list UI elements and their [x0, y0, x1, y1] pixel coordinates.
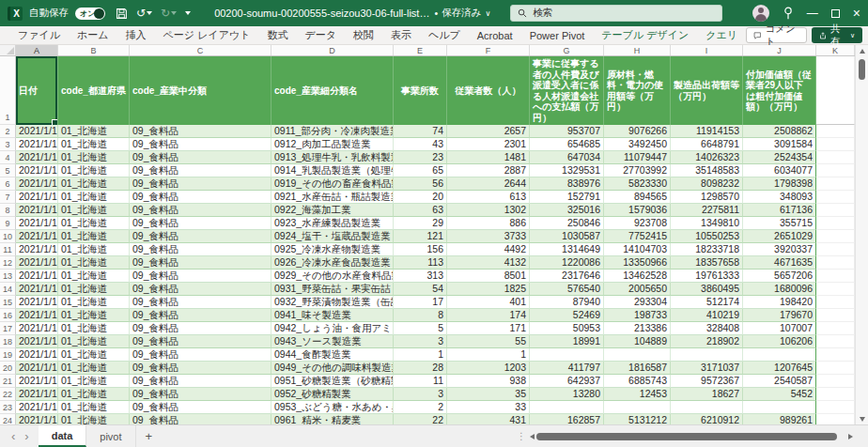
cell[interactable]: 0961_精米・精麦業 — [271, 414, 394, 424]
scroll-right-button[interactable] — [848, 434, 853, 439]
cell[interactable]: 50953 — [530, 322, 604, 335]
cell[interactable]: 0929_その他の水産食料品製造 — [271, 270, 394, 283]
cell[interactable]: 2524354 — [743, 151, 816, 164]
prev-sheet-button[interactable]: ‹ — [11, 429, 15, 443]
row-number[interactable]: 8 — [0, 204, 16, 217]
cell[interactable]: 1481 — [447, 151, 530, 164]
scroll-up-button[interactable] — [856, 45, 868, 56]
cell[interactable]: 162857 — [530, 414, 604, 424]
cell[interactable]: 2021/1/1 — [16, 401, 58, 414]
empty-cell-K[interactable] — [816, 309, 855, 322]
cell[interactable]: 4492 — [447, 243, 530, 256]
cell[interactable]: 09_食料品 — [130, 375, 271, 388]
cell[interactable]: 4671635 — [743, 256, 816, 270]
cell[interactable]: 1203 — [447, 362, 530, 375]
empty-cell-K[interactable] — [816, 362, 855, 375]
cell[interactable]: 5131212 — [604, 414, 671, 424]
row-number[interactable]: 7 — [0, 191, 16, 204]
cell[interactable]: 09_食料品 — [130, 243, 271, 256]
cell[interactable]: 3733 — [447, 230, 530, 243]
cell[interactable]: 886 — [447, 217, 530, 230]
cell[interactable]: 171 — [447, 322, 530, 335]
cell[interactable]: 0931_野菜缶詰・果実缶詰・農 — [271, 283, 394, 296]
cell[interactable]: 2887 — [447, 164, 530, 177]
cell[interactable]: 1816587 — [604, 362, 671, 375]
cell[interactable]: 52469 — [530, 309, 604, 322]
cell[interactable]: 2 — [394, 401, 447, 414]
cell[interactable]: 2021/1/1 — [16, 230, 58, 243]
row-number[interactable]: 10 — [0, 230, 16, 243]
row-number[interactable]: 11 — [0, 243, 16, 256]
cell[interactable]: 27703992 — [604, 164, 671, 177]
search-input[interactable]: 検索 — [510, 5, 722, 22]
empty-cell-K[interactable] — [816, 56, 855, 125]
cell[interactable]: 09_食料品 — [130, 230, 271, 243]
cell[interactable]: 313 — [394, 270, 447, 283]
column-header-H[interactable]: H — [604, 45, 671, 55]
cell[interactable]: 2021/1/1 — [16, 375, 58, 388]
cell[interactable]: 1680096 — [743, 283, 816, 296]
cell[interactable]: 654685 — [530, 138, 604, 151]
ribbon-tab-テーブル デザイン[interactable]: テーブル デザイン — [593, 28, 697, 42]
cell[interactable]: 43 — [394, 138, 447, 151]
cell[interactable]: 01_北海道 — [58, 388, 130, 401]
cell[interactable]: 348093 — [743, 191, 816, 204]
horizontal-scrollbar[interactable] — [528, 425, 855, 447]
cell[interactable]: 09_食料品 — [130, 217, 271, 230]
cell[interactable]: 923708 — [604, 217, 671, 230]
cell[interactable]: 74 — [394, 125, 447, 138]
row-number[interactable]: 16 — [0, 309, 16, 322]
cell[interactable]: 2508862 — [743, 125, 816, 138]
cell[interactable]: 0926_冷凍水産食品製造業 — [271, 256, 394, 270]
row-number[interactable]: 23 — [0, 401, 16, 414]
header-cell-4[interactable]: 事業所数 — [394, 56, 447, 125]
empty-cell-K[interactable] — [816, 270, 855, 283]
cell[interactable]: 28 — [394, 362, 447, 375]
cell[interactable] — [530, 348, 604, 362]
cell[interactable] — [743, 401, 816, 414]
cell[interactable]: 218902 — [671, 335, 743, 348]
cell[interactable]: 09_食料品 — [130, 283, 271, 296]
cell[interactable]: 613 — [447, 191, 530, 204]
cell[interactable]: 431 — [447, 414, 530, 424]
empty-cell-K[interactable] — [816, 217, 855, 230]
cell[interactable]: 35 — [447, 388, 530, 401]
cell[interactable]: 09_食料品 — [130, 322, 271, 335]
row-number[interactable]: 12 — [0, 256, 16, 270]
ribbon-tab-ホーム[interactable]: ホーム — [69, 28, 117, 42]
empty-cell-K[interactable] — [816, 256, 855, 270]
cell[interactable]: 13462528 — [604, 270, 671, 283]
cell[interactable]: 09_食料品 — [130, 362, 271, 375]
cell[interactable]: 325016 — [530, 204, 604, 217]
cell[interactable] — [743, 348, 816, 362]
cell[interactable]: 0951_砂糖製造業（砂糖精製業 — [271, 375, 394, 388]
cell[interactable]: 2275811 — [671, 204, 743, 217]
cell[interactable]: 0924_塩干・塩蔵品製造業 — [271, 230, 394, 243]
cell[interactable]: 0913_処理牛乳・乳飲料製造業 — [271, 151, 394, 164]
cell[interactable]: 01_北海道 — [58, 296, 130, 309]
cell[interactable]: 0919_その他の畜産食料品製造 — [271, 177, 394, 191]
empty-cell-K[interactable] — [816, 401, 855, 414]
empty-cell-K[interactable] — [816, 138, 855, 151]
row-number[interactable]: 5 — [0, 164, 16, 177]
share-button[interactable]: 共有 ∨ — [812, 27, 862, 43]
cell[interactable]: 953707 — [530, 125, 604, 138]
cell[interactable]: 55 — [447, 335, 530, 348]
cell[interactable]: 2317646 — [530, 270, 604, 283]
column-header-J[interactable]: J — [743, 45, 816, 55]
cell[interactable]: 22 — [394, 414, 447, 424]
cell[interactable]: 2644 — [447, 177, 530, 191]
cell[interactable]: 19761333 — [671, 270, 743, 283]
empty-cell-K[interactable] — [816, 125, 855, 138]
cell[interactable]: 2021/1/1 — [16, 164, 58, 177]
cell[interactable]: 938 — [447, 375, 530, 388]
cell[interactable]: 13280 — [530, 388, 604, 401]
cell[interactable]: 2021/1/1 — [16, 414, 58, 424]
cell[interactable]: 18233718 — [671, 243, 743, 256]
cell[interactable]: 09_食料品 — [130, 309, 271, 322]
customize-qat-button[interactable] — [185, 11, 191, 15]
cell[interactable]: 1329531 — [530, 164, 604, 177]
cell[interactable]: 3860495 — [671, 283, 743, 296]
cell[interactable]: 09_食料品 — [130, 256, 271, 270]
cell[interactable]: 33 — [447, 401, 530, 414]
